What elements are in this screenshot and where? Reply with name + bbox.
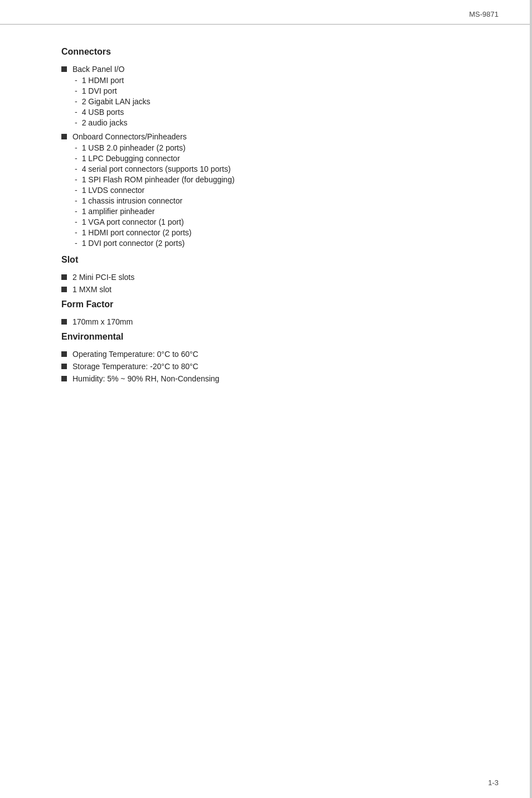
dash-icon: - <box>75 97 78 106</box>
dash-icon: - <box>75 217 78 226</box>
bullet-icon <box>61 364 67 369</box>
list-item: Operating Temperature: 0°C to 60°C <box>61 350 471 359</box>
connectors-title: Connectors <box>61 47 471 57</box>
list-item: 170mm x 170mm <box>61 317 471 326</box>
dash-icon: - <box>75 154 78 163</box>
list-item: Onboard Connectors/Pinheaders -1 USB 2.0… <box>61 132 471 249</box>
dash-icon: - <box>75 196 78 205</box>
list-item: -4 serial port connectors (supports 10 p… <box>72 165 235 173</box>
list-item: -1 DVI port <box>72 86 151 95</box>
bullet-icon <box>61 351 67 357</box>
page-wrapper: MS-9871 Connectors Back Panel I/O -1 HDM… <box>0 0 532 798</box>
dash-icon: - <box>75 86 78 95</box>
env-item-0: Operating Temperature: 0°C to 60°C <box>72 350 199 359</box>
connectors-list: Back Panel I/O -1 HDMI port -1 DVI port … <box>61 65 471 249</box>
bullet-icon <box>61 376 67 381</box>
bullet-icon <box>61 319 67 325</box>
page-content: Connectors Back Panel I/O -1 HDMI port -… <box>0 25 532 422</box>
form-factor-item-0: 170mm x 170mm <box>72 317 133 326</box>
list-item: -1 DVI port connector (2 ports) <box>72 239 235 248</box>
bullet-icon <box>61 134 67 139</box>
page-header: MS-9871 <box>0 0 532 25</box>
page-number: 1-3 <box>488 778 499 787</box>
onboard-label: Onboard Connectors/Pinheaders <box>72 132 187 141</box>
back-panel-subitems: -1 HDMI port -1 DVI port -2 Gigabit LAN … <box>72 76 151 127</box>
bullet-icon <box>61 66 67 72</box>
right-border <box>530 0 532 798</box>
slot-item-1: 1 MXM slot <box>72 285 112 294</box>
list-item: -2 Gigabit LAN jacks <box>72 97 151 106</box>
dash-icon: - <box>75 239 78 248</box>
list-item: -1 VGA port connector (1 port) <box>72 217 235 226</box>
bullet-icon <box>61 274 67 280</box>
dash-icon: - <box>75 165 78 173</box>
list-item: Back Panel I/O -1 HDMI port -1 DVI port … <box>61 65 471 129</box>
list-item: Storage Temperature: -20°C to 80°C <box>61 362 471 371</box>
environmental-section: Environmental Operating Temperature: 0°C… <box>61 332 471 383</box>
dash-icon: - <box>75 143 78 152</box>
environmental-list: Operating Temperature: 0°C to 60°C Stora… <box>61 350 471 383</box>
list-item: 2 Mini PCI-E slots <box>61 273 471 282</box>
bullet-icon <box>61 287 67 292</box>
list-item: -1 HDMI port connector (2 ports) <box>72 228 235 237</box>
list-item: -2 audio jacks <box>72 118 151 127</box>
dash-icon: - <box>75 175 78 184</box>
slot-title: Slot <box>61 255 471 265</box>
list-item: 1 MXM slot <box>61 285 471 294</box>
slot-item-0: 2 Mini PCI-E slots <box>72 273 134 282</box>
list-item: -1 LVDS connector <box>72 186 235 195</box>
list-item: Humidity: 5% ~ 90% RH, Non-Condensing <box>61 374 471 383</box>
back-panel-label: Back Panel I/O <box>72 65 124 74</box>
connectors-section: Connectors Back Panel I/O -1 HDMI port -… <box>61 47 471 249</box>
dash-icon: - <box>75 76 78 85</box>
list-item: -1 SPI Flash ROM pinheader (for debuggin… <box>72 175 235 184</box>
model-number: MS-9871 <box>469 10 499 18</box>
dash-icon: - <box>75 207 78 216</box>
slot-section: Slot 2 Mini PCI-E slots 1 MXM slot <box>61 255 471 294</box>
list-item: -1 LPC Debugging connector <box>72 154 235 163</box>
list-item: -1 HDMI port <box>72 76 151 85</box>
page-footer: 1-3 <box>488 778 499 787</box>
dash-icon: - <box>75 108 78 117</box>
list-item: -1 amplifier pinheader <box>72 207 235 216</box>
form-factor-title: Form Factor <box>61 299 471 309</box>
dash-icon: - <box>75 228 78 237</box>
dash-icon: - <box>75 118 78 127</box>
slot-list: 2 Mini PCI-E slots 1 MXM slot <box>61 273 471 294</box>
list-item: -1 USB 2.0 pinheader (2 ports) <box>72 143 235 152</box>
list-item: -4 USB ports <box>72 108 151 117</box>
form-factor-list: 170mm x 170mm <box>61 317 471 326</box>
env-item-1: Storage Temperature: -20°C to 80°C <box>72 362 199 371</box>
onboard-subitems: -1 USB 2.0 pinheader (2 ports) -1 LPC De… <box>72 143 235 248</box>
form-factor-section: Form Factor 170mm x 170mm <box>61 299 471 326</box>
dash-icon: - <box>75 186 78 195</box>
list-item: -1 chassis intrusion connector <box>72 196 235 205</box>
environmental-title: Environmental <box>61 332 471 342</box>
env-item-2: Humidity: 5% ~ 90% RH, Non-Condensing <box>72 374 219 383</box>
